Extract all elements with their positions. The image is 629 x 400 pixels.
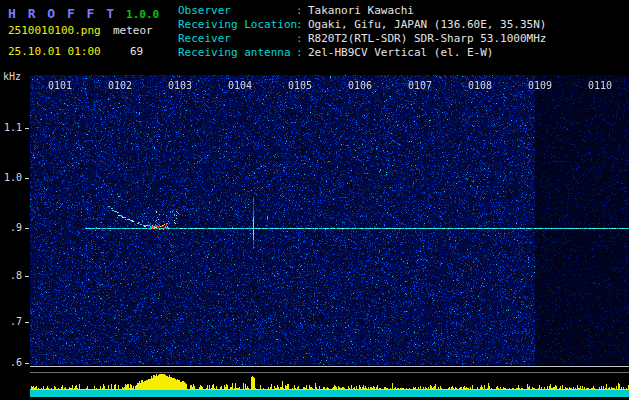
info-row-antenna: Receiving antenna : 2el-HB9CV Vertical (… [178, 46, 546, 60]
info-value: R820T2(RTL-SDR) SDR-Sharp 53.1000MHz [308, 32, 546, 46]
info-colon: : [296, 32, 308, 46]
y-tick-label: .7 [0, 316, 22, 328]
info-label: Receiver [178, 32, 296, 46]
x-tick-label: 0107 [406, 80, 434, 92]
x-tick-label: 0101 [46, 80, 74, 92]
y-tick-label: .6 [0, 357, 22, 369]
x-tick-label: 0109 [526, 80, 554, 92]
info-colon: : [296, 46, 308, 60]
y-tick-label: .8 [0, 270, 22, 282]
y-tick-mark [25, 276, 29, 277]
y-tick-label: 1.0 [0, 172, 22, 184]
y-tick-mark [25, 128, 29, 129]
x-tick-label: 0110 [586, 80, 614, 92]
spectrogram-canvas [30, 75, 629, 365]
y-tick-mark [25, 228, 29, 229]
x-tick-label: 0102 [106, 80, 134, 92]
hrofft-window: H R O F F T1.0.0 2510010100.png meteor 2… [0, 0, 629, 400]
mode-label: meteor [113, 24, 153, 37]
echo-count: 69 [130, 45, 143, 58]
observation-datetime: 25.10.01 01:00 [8, 45, 101, 58]
app-version: 1.0.0 [126, 8, 159, 21]
y-tick-mark [25, 322, 29, 323]
x-tick-label: 0104 [226, 80, 254, 92]
title-row: H R O F F T1.0.0 [8, 3, 159, 22]
y-tick-mark [25, 178, 29, 179]
y-tick-label: 1.1 [0, 122, 22, 134]
info-row-location: Receiving Location : Ogaki, Gifu, JAPAN … [178, 18, 546, 32]
output-filename: 2510010100.png [8, 24, 101, 37]
info-value: Ogaki, Gifu, JAPAN (136.60E, 35.35N) [308, 18, 546, 32]
app-name: H R O F F T [8, 6, 116, 21]
info-row-observer: Observer : Takanori Kawachi [178, 4, 546, 18]
info-label: Receiving Location [178, 18, 296, 32]
info-value: 2el-HB9CV Vertical (el. E-W) [308, 46, 493, 60]
observer-info-panel: Observer : Takanori Kawachi Receiving Lo… [178, 4, 546, 60]
x-tick-label: 0103 [166, 80, 194, 92]
y-tick-mark [25, 363, 29, 364]
x-tick-label: 0106 [346, 80, 374, 92]
x-tick-label: 0108 [466, 80, 494, 92]
info-value: Takanori Kawachi [308, 4, 414, 18]
y-axis-unit-label: kHz [3, 71, 21, 82]
x-tick-label: 0105 [286, 80, 314, 92]
y-tick-label: .9 [0, 222, 22, 234]
info-row-receiver: Receiver : R820T2(RTL-SDR) SDR-Sharp 53.… [178, 32, 546, 46]
info-colon: : [296, 4, 308, 18]
signal-level-canvas [30, 365, 629, 400]
info-colon: : [296, 18, 308, 32]
info-label: Receiving antenna [178, 46, 296, 60]
info-label: Observer [178, 4, 296, 18]
